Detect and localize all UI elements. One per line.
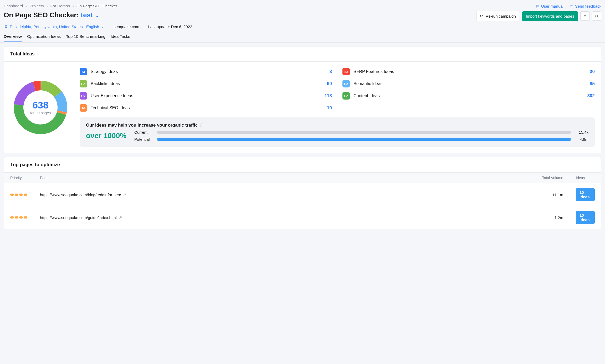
top-pages-card: Top pages to optimize Priority Page Tota… <box>4 157 601 229</box>
breadcrumb-dashboard[interactable]: Dashboard <box>4 4 23 8</box>
ideas-count-button[interactable]: 10 ideas <box>576 211 595 224</box>
external-link-icon[interactable]: ↗ <box>119 215 122 220</box>
traffic-increase-pct: over 1000% <box>86 132 126 140</box>
send-feedback-link[interactable]: ▭ Send feedback <box>570 4 601 8</box>
top-pages-table: Priority Page Total Volume Ideas https:/… <box>4 172 601 229</box>
book-icon: ▤ <box>536 4 540 8</box>
tab-top10-benchmarking[interactable]: Top 10 Benchmarking <box>66 32 105 42</box>
idea-badge-icon: St <box>80 68 87 75</box>
table-row: https://www.seoquake.com/blog/reddit-for… <box>4 183 601 206</box>
breadcrumb: Dashboard › Projects › For Demos › On Pa… <box>0 4 121 11</box>
current-traffic-value: 15.4k <box>575 130 588 134</box>
potential-traffic-value: 4.9m <box>575 137 588 142</box>
desktop-icon: 🖥 <box>4 24 8 29</box>
domain-label: seoquake.com <box>114 24 139 29</box>
chevron-down-icon: ⌄ <box>94 13 99 18</box>
chevron-right-icon: › <box>73 4 74 8</box>
idea-row-se[interactable]: SeSemantic Ideas85 <box>342 80 595 87</box>
idea-badge-icon: Te <box>80 104 87 112</box>
col-volume[interactable]: Total Volume <box>533 173 570 183</box>
page-title: On Page SEO Checker: test ⌄ <box>4 11 99 19</box>
col-page[interactable]: Page <box>34 173 533 183</box>
idea-count: 85 <box>590 81 595 86</box>
idea-label: Backlinks Ideas <box>91 81 120 86</box>
upload-icon: ⇪ <box>583 14 587 18</box>
traffic-box-title: Our ideas may help you increase your org… <box>86 123 198 128</box>
idea-label: Strategy Ideas <box>91 69 118 74</box>
page-url-link[interactable]: https://www.seoquake.com/blog/reddit-for… <box>40 192 126 197</box>
chevron-down-icon: ⌄ <box>101 24 105 29</box>
refresh-icon: ⟳ <box>480 14 484 18</box>
idea-row-ux[interactable]: UxUser Experience Ideas118 <box>80 92 332 100</box>
priority-indicator <box>10 194 27 196</box>
user-manual-link[interactable]: ▤ User manual <box>536 4 563 8</box>
idea-count: 118 <box>325 93 332 98</box>
idea-badge-icon: Co <box>342 92 350 100</box>
potential-traffic-bar <box>157 138 571 141</box>
idea-label: User Experience Ideas <box>91 93 133 98</box>
idea-badge-icon: Ba <box>80 80 87 87</box>
current-traffic-label: Current <box>134 130 153 134</box>
idea-count: 3 <box>330 69 332 74</box>
top-pages-title: Top pages to optimize <box>4 157 601 172</box>
idea-row-co[interactable]: CoContent Ideas302 <box>342 92 595 100</box>
idea-count: 30 <box>590 69 595 74</box>
col-priority[interactable]: Priority <box>4 173 34 183</box>
idea-row-st[interactable]: StStrategy Ideas3 <box>80 68 332 75</box>
volume-value: 11.1m <box>533 183 570 206</box>
idea-badge-icon: Se <box>342 80 350 87</box>
priority-indicator <box>10 216 27 219</box>
idea-label: Semantic Ideas <box>353 81 382 86</box>
total-ideas-title: Total Ideas <box>10 51 35 57</box>
total-ideas-count: 638 <box>30 100 51 111</box>
location-selector[interactable]: 🖥 Philadelphia, Pennsylvania, United Sta… <box>4 24 105 29</box>
breadcrumb-fordemos[interactable]: For Demos <box>50 4 70 8</box>
idea-row-te[interactable]: TeTechnical SEO Ideas10 <box>80 104 332 112</box>
idea-count: 10 <box>327 105 332 111</box>
export-button[interactable]: ⇪ <box>580 11 590 21</box>
breadcrumb-projects[interactable]: Projects <box>29 4 44 8</box>
idea-label: SERP Features Ideas <box>353 69 394 74</box>
idea-badge-icon: Ux <box>80 92 87 100</box>
page-url-link[interactable]: https://www.seoquake.com/guide/index.htm… <box>40 215 122 220</box>
idea-label: Content Ideas <box>353 93 380 98</box>
tabs: Overview Optimization Ideas Top 10 Bench… <box>0 32 605 43</box>
rerun-campaign-button[interactable]: ⟳ Re-run campaign <box>476 11 520 21</box>
last-update-label: Last update: Dec 6, 2022 <box>148 24 192 29</box>
breadcrumb-current: On Page SEO Checker <box>76 4 117 8</box>
chevron-right-icon: › <box>25 4 27 8</box>
project-name-dropdown[interactable]: test ⌄ <box>81 11 99 19</box>
external-link-icon[interactable]: ↗ <box>123 192 126 197</box>
idea-row-ba[interactable]: BaBacklinks Ideas90 <box>80 80 332 87</box>
potential-traffic-label: Potential <box>134 137 153 142</box>
total-ideas-card: Total Ideas i 638 for 90 pages StStrateg… <box>4 46 601 153</box>
gear-icon: ⚙ <box>595 14 598 18</box>
ideas-donut-chart: 638 for 90 pages <box>10 68 71 147</box>
idea-count: 302 <box>587 93 595 98</box>
settings-button[interactable]: ⚙ <box>592 11 601 21</box>
idea-row-sf[interactable]: SfSERP Features Ideas30 <box>342 68 595 75</box>
idea-label: Technical SEO Ideas <box>91 106 130 110</box>
tab-optimization-ideas[interactable]: Optimization Ideas <box>27 32 61 42</box>
chevron-right-icon: › <box>47 4 48 8</box>
total-ideas-pages: for 90 pages <box>30 111 51 115</box>
import-keywords-button[interactable]: Import keywords and pages <box>522 11 578 21</box>
info-icon[interactable]: i <box>37 52 38 56</box>
col-ideas[interactable]: Ideas <box>570 173 601 183</box>
info-icon[interactable]: i <box>200 123 202 128</box>
volume-value: 1.2m <box>533 206 570 229</box>
ideas-count-button[interactable]: 10 ideas <box>576 188 595 201</box>
idea-count: 90 <box>327 81 332 86</box>
tab-idea-tasks[interactable]: Idea Tasks <box>111 32 130 42</box>
chat-icon: ▭ <box>570 4 573 8</box>
tab-overview[interactable]: Overview <box>4 32 22 42</box>
traffic-potential-box: Our ideas may help you increase your org… <box>80 117 595 147</box>
current-traffic-bar <box>157 131 571 134</box>
idea-badge-icon: Sf <box>342 68 350 75</box>
table-row: https://www.seoquake.com/guide/index.htm… <box>4 206 601 229</box>
